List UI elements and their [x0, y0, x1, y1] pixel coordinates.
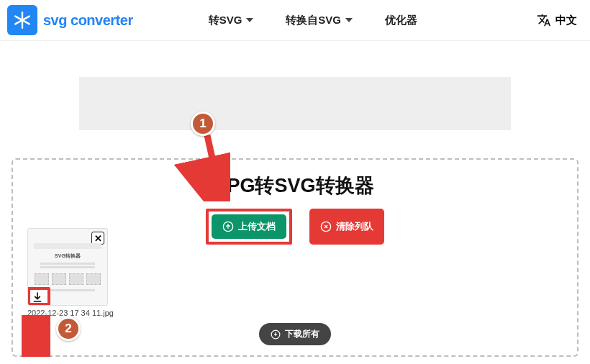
nav-to-svg[interactable]: 转SVG — [209, 14, 254, 27]
annotation-arrow-1 — [165, 129, 230, 201]
brand-text[interactable]: svg converter — [43, 12, 133, 29]
nav-from-svg[interactable]: 转换自SVG — [286, 14, 353, 27]
file-item: ✕ SVG转换器 2022-12-23 17 34 11.j — [27, 228, 114, 317]
close-circle-icon — [320, 221, 332, 232]
language-switcher[interactable]: 中文 — [537, 13, 583, 27]
svg-line-6 — [207, 135, 220, 194]
clear-queue-button[interactable]: 清除列队 — [309, 209, 384, 245]
annotation-marker-2: 2 — [56, 317, 81, 341]
logo-icon[interactable] — [7, 5, 37, 35]
header: svg converter 转SVG 转换自SVG 优化器 中文 — [0, 0, 590, 41]
annotation-arrow-2 — [22, 315, 50, 357]
chevron-down-icon — [246, 18, 253, 22]
annotation-marker-1: 1 — [191, 112, 215, 136]
download-file-button[interactable] — [32, 291, 43, 303]
nav-optimizer[interactable]: 优化器 — [385, 14, 417, 27]
clear-button-label: 清除列队 — [336, 220, 373, 233]
download-icon — [271, 329, 281, 340]
download-all-button[interactable]: 下载所有 — [259, 323, 331, 345]
nav-to-svg-label: 转SVG — [209, 14, 242, 27]
nav-from-svg-label: 转换自SVG — [286, 14, 341, 27]
ad-banner — [79, 77, 511, 130]
annotation-highlight-upload: 上传文档 — [206, 209, 292, 245]
converter-panel: JPG转SVG转换器 上传文档 清除列队 ✕ — [12, 158, 578, 357]
nav-optimizer-label: 优化器 — [385, 14, 417, 27]
page-title: JPG转SVG转换器 — [27, 173, 563, 199]
download-icon — [32, 291, 43, 303]
main-nav: 转SVG 转换自SVG 优化器 — [209, 14, 417, 27]
annotation-highlight-download — [27, 287, 50, 306]
chevron-down-icon — [345, 18, 353, 22]
translate-icon — [537, 13, 551, 27]
file-thumbnail[interactable]: ✕ SVG转换器 — [27, 228, 108, 306]
download-all-label: 下载所有 — [285, 328, 319, 340]
language-label: 中文 — [555, 14, 577, 27]
upload-button-label: 上传文档 — [238, 220, 276, 233]
upload-icon — [222, 221, 234, 232]
upload-button[interactable]: 上传文档 — [212, 214, 286, 239]
